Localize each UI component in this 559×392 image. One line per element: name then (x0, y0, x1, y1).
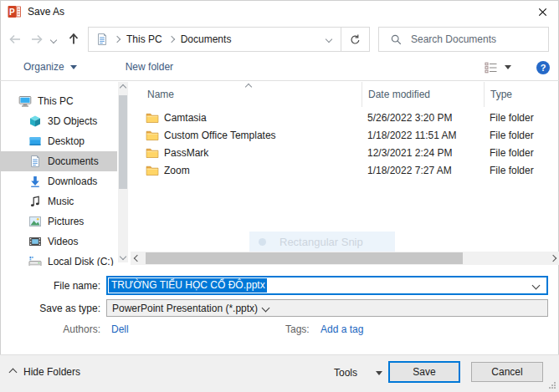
music-note-icon (28, 195, 42, 208)
new-folder-button[interactable]: New folder (121, 58, 178, 76)
caret-down-icon (505, 65, 511, 69)
scroll-up-button[interactable] (118, 82, 128, 94)
sidebar-item-music[interactable]: Music (0, 191, 117, 211)
file-type: File folder (484, 165, 559, 176)
footer-bar: Hide Folders Tools Save Cancel (0, 354, 559, 392)
refresh-icon (349, 33, 362, 46)
caret-down-icon (70, 65, 77, 69)
file-date-modified: 1/18/2022 11:51 AM (362, 130, 484, 141)
column-headers: Name Date modified Type (131, 82, 559, 107)
add-a-tag-link[interactable]: Add a tag (321, 323, 363, 335)
scroll-left-button[interactable] (131, 252, 143, 265)
sidebar-item-this-pc[interactable]: This PC (0, 91, 117, 111)
column-header-type[interactable]: Type (484, 82, 559, 107)
save-as-type-select[interactable]: PowerPoint Presentation (*.pptx) (106, 299, 548, 317)
window-title: Save As (28, 6, 64, 18)
close-button[interactable] (533, 3, 551, 21)
file-date-modified: 5/26/2022 3:20 PM (362, 112, 484, 124)
sidebar-item-local-disk-c[interactable]: Local Disk (C:) (0, 252, 117, 266)
chevron-left-icon (133, 255, 140, 262)
file-list-horizontal-scrollbar[interactable] (131, 252, 559, 265)
column-header-date-modified[interactable]: Date modified (362, 82, 484, 107)
picture-icon (28, 215, 42, 228)
help-icon (536, 60, 551, 75)
save-as-dialog: Save As This PC Documents (0, 0, 559, 392)
sidebar-item-documents[interactable]: Documents (0, 151, 117, 171)
address-bar[interactable]: This PC Documents (88, 27, 370, 52)
scrollbar-thumb[interactable] (146, 252, 463, 264)
disk-drive-icon (28, 255, 42, 266)
scroll-right-button[interactable] (546, 252, 559, 265)
folder-icon (146, 164, 159, 177)
file-name: Zoom (164, 165, 190, 176)
scrollbar-thumb[interactable] (119, 95, 127, 189)
file-rows: Camtasia 5/26/2022 3:20 PM File folder C… (131, 109, 559, 179)
snip-dot-icon (259, 238, 266, 246)
location-icon (95, 33, 109, 46)
scroll-down-button[interactable] (118, 251, 128, 262)
address-dropdown-button[interactable] (317, 28, 341, 51)
file-type: File folder (484, 112, 559, 124)
refresh-button[interactable] (341, 28, 369, 51)
sidebar-vertical-scrollbar[interactable] (118, 82, 128, 262)
folder-icon (146, 129, 159, 142)
sidebar-item-label: Videos (48, 236, 78, 247)
sidebar-item-label: Pictures (48, 216, 84, 227)
authors-value[interactable]: Dell (111, 323, 129, 335)
sidebar-item-desktop[interactable]: Desktop (0, 131, 117, 151)
file-name-value: TRƯỜNG TIỂU HỌC CỔ ĐÔ.pptx (109, 278, 267, 293)
save-button[interactable]: Save (388, 361, 460, 383)
search-input[interactable]: Search Documents (378, 27, 549, 52)
file-name: Camtasia (164, 112, 207, 124)
change-view-button[interactable] (482, 59, 514, 76)
up-arrow-icon (67, 31, 80, 47)
table-row[interactable]: Camtasia 5/26/2022 3:20 PM File folder (131, 109, 559, 126)
tags-label: Tags: (285, 323, 310, 335)
sidebar-item-pictures[interactable]: Pictures (0, 211, 117, 232)
chevron-right-icon (114, 36, 121, 43)
file-date-modified: 1/18/2022 7:27 AM (362, 165, 484, 176)
breadcrumb-this-pc[interactable]: This PC (123, 28, 166, 51)
recent-locations-button[interactable] (47, 30, 60, 50)
cancel-button[interactable]: Cancel (471, 362, 543, 382)
download-arrow-icon (28, 175, 42, 188)
toolbar-right-group (482, 53, 551, 81)
close-icon (536, 6, 549, 18)
sidebar-item-label: Local Disk (C:) (48, 256, 114, 266)
chevron-up-icon (120, 84, 126, 91)
file-type: File folder (484, 130, 559, 141)
chevron-up-icon (9, 368, 18, 376)
back-arrow-icon (7, 33, 23, 46)
sidebar-item-3d-objects[interactable]: 3D Objects (0, 111, 117, 131)
folder-icon (146, 146, 159, 160)
back-button[interactable] (5, 29, 25, 49)
breadcrumb-documents[interactable]: Documents (177, 28, 235, 51)
resize-grip[interactable] (549, 382, 556, 389)
sidebar-item-label: This PC (38, 95, 74, 107)
file-type: File folder (484, 147, 559, 159)
sidebar-item-label: Documents (48, 155, 99, 167)
hide-folders-button[interactable]: Hide Folders (10, 366, 80, 378)
address-bar-controls (317, 28, 369, 51)
details-view-icon (485, 62, 498, 74)
sidebar-item-videos[interactable]: Videos (0, 232, 117, 252)
rectangular-snip-ghost: Rectangular Snip (249, 232, 395, 252)
file-name: Custom Office Templates (164, 130, 276, 141)
search-placeholder: Search Documents (411, 33, 496, 45)
sidebar-item-label: Desktop (48, 135, 85, 147)
help-button[interactable] (536, 60, 551, 75)
powerpoint-icon (8, 5, 21, 18)
table-row[interactable]: PassMark 12/3/2021 2:24 PM File folder (131, 144, 559, 161)
organize-button[interactable]: Organize (18, 58, 82, 76)
save-as-type-label: Save as type: (0, 303, 100, 314)
up-button[interactable] (64, 28, 84, 48)
search-icon (390, 33, 403, 46)
table-row[interactable]: Custom Office Templates 1/18/2022 11:51 … (131, 126, 559, 144)
table-row[interactable]: Zoom 1/18/2022 7:27 AM File folder (131, 161, 559, 179)
chevron-down-icon (532, 282, 541, 290)
tools-button[interactable]: Tools (330, 364, 387, 381)
sidebar-item-downloads[interactable]: Downloads (0, 171, 117, 191)
forward-button[interactable] (27, 29, 47, 49)
file-name-input[interactable]: TRƯỜNG TIỂU HỌC CỔ ĐÔ.pptx (106, 276, 548, 295)
file-name: PassMark (164, 147, 208, 159)
